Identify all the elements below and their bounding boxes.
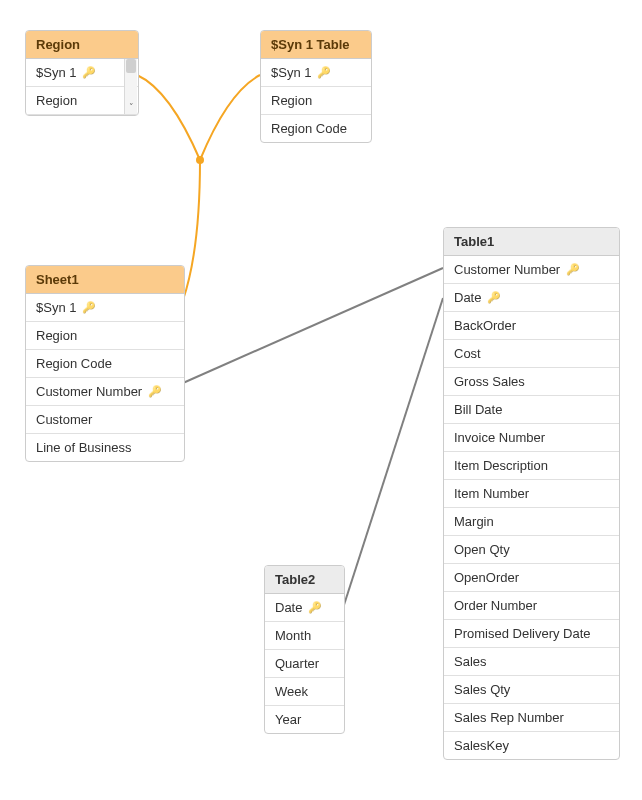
svg-line-2 [343,298,443,608]
key-icon: 🔑 [82,301,96,314]
table-table1[interactable]: Table1 Customer Number 🔑 Date 🔑 BackOrde… [443,227,620,760]
field-row[interactable]: $Syn 1 🔑 [26,59,138,87]
field-row[interactable]: Promised Delivery Date [444,620,619,648]
table-region[interactable]: Region $Syn 1 🔑 Region ˅ [25,30,139,116]
field-label: Date [454,290,481,305]
table-title: Sheet1 [36,272,79,287]
field-label: Gross Sales [454,374,525,389]
key-icon: 🔑 [566,263,580,276]
field-row[interactable]: $Syn 1 🔑 [26,294,184,322]
field-label: Region [36,93,77,108]
field-row[interactable]: BackOrder [444,312,619,340]
key-icon: 🔑 [82,66,96,79]
field-label: Month [275,628,311,643]
field-label: Margin [454,514,494,529]
table-syn1[interactable]: $Syn 1 Table $Syn 1 🔑 Region Region Code [260,30,372,143]
field-row[interactable]: Date 🔑 [265,594,344,622]
field-label: Order Number [454,598,537,613]
field-row[interactable]: Gross Sales [444,368,619,396]
field-row[interactable]: Date 🔑 [444,284,619,312]
table-title: $Syn 1 Table [271,37,350,52]
field-row[interactable]: Invoice Number [444,424,619,452]
field-row[interactable]: Region [261,87,371,115]
field-row[interactable]: SalesKey [444,732,619,759]
field-label: Sales [454,654,487,669]
field-row[interactable]: Month [265,622,344,650]
field-row[interactable]: Line of Business [26,434,184,461]
field-label: Line of Business [36,440,131,455]
field-label: Week [275,684,308,699]
field-row[interactable]: Customer Number 🔑 [444,256,619,284]
field-label: Sales Qty [454,682,510,697]
table-header[interactable]: Table1 [444,228,619,256]
scrollbar[interactable]: ˅ [124,59,137,114]
field-row[interactable]: Customer Number 🔑 [26,378,184,406]
field-label: Date [275,600,302,615]
field-label: Region Code [271,121,347,136]
field-label: $Syn 1 [36,65,76,80]
field-label: Year [275,712,301,727]
field-label: SalesKey [454,738,509,753]
field-row[interactable]: Item Description [444,452,619,480]
field-label: Cost [454,346,481,361]
field-label: Item Number [454,486,529,501]
field-row[interactable]: Order Number [444,592,619,620]
field-label: Invoice Number [454,430,545,445]
field-label: Customer [36,412,92,427]
field-row[interactable]: Item Number [444,480,619,508]
field-label: Customer Number [36,384,142,399]
field-label: Open Qty [454,542,510,557]
field-label: Promised Delivery Date [454,626,591,641]
field-label: OpenOrder [454,570,519,585]
svg-line-1 [183,268,443,383]
field-label: $Syn 1 [36,300,76,315]
table-header[interactable]: Region [26,31,138,59]
key-icon: 🔑 [317,66,331,79]
field-label: Bill Date [454,402,502,417]
field-row[interactable]: Region [26,87,138,115]
data-model-canvas[interactable]: Region $Syn 1 🔑 Region ˅ $Syn 1 Table $S… [0,0,642,800]
table-header[interactable]: $Syn 1 Table [261,31,371,59]
field-row[interactable]: Open Qty [444,536,619,564]
table-title: Region [36,37,80,52]
field-row[interactable]: Region Code [26,350,184,378]
chevron-down-icon[interactable]: ˅ [125,102,137,112]
field-row[interactable]: OpenOrder [444,564,619,592]
field-label: Item Description [454,458,548,473]
field-row[interactable]: Cost [444,340,619,368]
field-row[interactable]: Margin [444,508,619,536]
field-label: Region [36,328,77,343]
field-row[interactable]: Region Code [261,115,371,142]
field-label: $Syn 1 [271,65,311,80]
field-label: Region [271,93,312,108]
key-icon: 🔑 [308,601,322,614]
svg-point-0 [196,156,204,164]
field-label: Customer Number [454,262,560,277]
field-row[interactable]: Sales Qty [444,676,619,704]
field-label: Region Code [36,356,112,371]
table-title: Table2 [275,572,315,587]
key-icon: 🔑 [487,291,501,304]
field-row[interactable]: Sales [444,648,619,676]
table-header[interactable]: Sheet1 [26,266,184,294]
field-row[interactable]: Region [26,322,184,350]
field-row[interactable]: Bill Date [444,396,619,424]
field-label: Quarter [275,656,319,671]
field-row[interactable]: Sales Rep Number [444,704,619,732]
field-label: Sales Rep Number [454,710,564,725]
table-sheet1[interactable]: Sheet1 $Syn 1 🔑 Region Region Code Custo… [25,265,185,462]
table-table2[interactable]: Table2 Date 🔑 Month Quarter Week Year [264,565,345,734]
table-title: Table1 [454,234,494,249]
field-row[interactable]: Year [265,706,344,733]
key-icon: 🔑 [148,385,162,398]
field-label: BackOrder [454,318,516,333]
field-row[interactable]: Quarter [265,650,344,678]
scroll-thumb[interactable] [126,59,136,73]
field-row[interactable]: Week [265,678,344,706]
field-row[interactable]: Customer [26,406,184,434]
table-header[interactable]: Table2 [265,566,344,594]
field-row[interactable]: $Syn 1 🔑 [261,59,371,87]
